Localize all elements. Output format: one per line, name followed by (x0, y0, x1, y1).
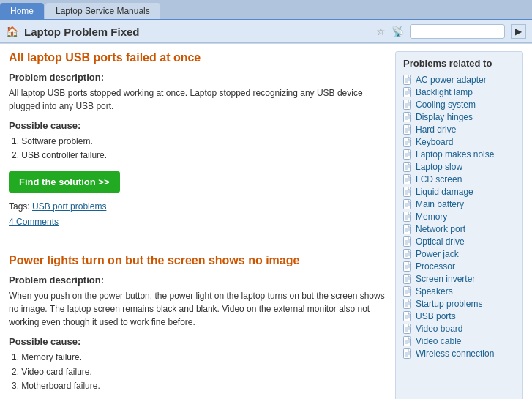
sidebar-list-item: Screen inverter (403, 274, 515, 284)
document-icon (403, 311, 412, 321)
sidebar-list-item: Display hinges (403, 112, 515, 122)
sidebar-link[interactable]: Backlight lamp (416, 87, 473, 97)
document-icon (403, 137, 412, 147)
document-icon (403, 348, 412, 359)
article-1-cause-list: 1. Software problem. 2. USB controller f… (9, 135, 386, 163)
article-usb-ports: All laptop USB ports failed at once Prob… (9, 51, 386, 227)
sidebar-list-item: LCD screen (403, 174, 515, 184)
sidebar-list-item: Keyboard (403, 137, 515, 147)
article-2-problem-heading: Problem description: (9, 275, 386, 286)
find-solution-button[interactable]: Find the solution >> (9, 171, 120, 193)
cause-item: 1. Memory failure. (12, 351, 386, 365)
document-icon (403, 199, 412, 209)
comments-anchor[interactable]: 4 Comments (9, 217, 59, 227)
sidebar-list-item: Wireless connection (403, 348, 515, 359)
sidebar-link[interactable]: Wireless connection (416, 348, 494, 359)
document-icon (403, 162, 412, 172)
sidebar-link[interactable]: Processor (416, 261, 455, 272)
sidebar-list-item: Memory (403, 212, 515, 222)
sidebar-list-item: Backlight lamp (403, 87, 515, 97)
tab-home[interactable]: Home (0, 3, 44, 19)
sidebar-list-item: Hard drive (403, 124, 515, 135)
sidebar-list-item: Liquid damage (403, 187, 515, 197)
sidebar: Problems related to AC power adapter (395, 51, 523, 399)
home-icon[interactable]: 🏠 (6, 26, 18, 37)
sidebar-link[interactable]: Power jack (416, 249, 459, 259)
sidebar-link[interactable]: Main battery (416, 199, 464, 209)
document-icon (403, 274, 412, 284)
sidebar-link[interactable]: Optical drive (416, 236, 465, 247)
rss-icon[interactable]: 📡 (391, 26, 404, 37)
sidebar-title: Problems related to (403, 58, 515, 69)
article-1-cause-heading: Possible cause: (9, 120, 386, 131)
document-icon (403, 299, 412, 309)
sidebar-link[interactable]: LCD screen (416, 174, 462, 184)
cause-item: 3. Motherboard failure. (12, 379, 386, 393)
article-2-problem-text: When you push on the power button, the p… (9, 289, 386, 329)
sidebar-link[interactable]: Hard drive (416, 124, 456, 135)
tag-link[interactable]: USB port problems (32, 201, 106, 212)
article-1-title: All laptop USB ports failed at once (9, 51, 386, 64)
tags-label: Tags: (9, 201, 30, 212)
sidebar-list-item: Network port (403, 224, 515, 234)
sidebar-list-item: Optical drive (403, 236, 515, 247)
document-icon (403, 124, 412, 135)
sidebar-list-item: Main battery (403, 199, 515, 209)
sidebar-list-item: Video cable (403, 336, 515, 346)
document-icon (403, 261, 412, 272)
article-1-problem-text: All laptop USB ports stopped working at … (9, 86, 386, 113)
article-2-cause-heading: Possible cause: (9, 336, 386, 347)
document-icon (403, 224, 412, 234)
comments-link[interactable]: 4 Comments (9, 216, 386, 227)
document-icon (403, 174, 412, 184)
article-power-lights: Power lights turn on but the screen show… (9, 242, 386, 393)
sidebar-link[interactable]: USB ports (416, 311, 456, 321)
sidebar-list-item: Power jack (403, 249, 515, 259)
article-2-title: Power lights turn on but the screen show… (9, 254, 386, 267)
sidebar-link[interactable]: Cooling system (416, 100, 476, 110)
article-1-problem-heading: Problem description: (9, 72, 386, 83)
search-input[interactable] (410, 24, 505, 39)
sidebar-link[interactable]: Network port (416, 224, 465, 234)
browser-tabs: Home Laptop Service Manuals (0, 0, 532, 20)
sidebar-link[interactable]: Laptop makes noise (416, 149, 494, 160)
sidebar-link[interactable]: Liquid damage (416, 187, 473, 197)
sidebar-link[interactable]: AC power adapter (416, 75, 487, 85)
star-icon[interactable]: ☆ (376, 26, 386, 37)
sidebar-list-item: Laptop slow (403, 162, 515, 172)
document-icon (403, 236, 412, 247)
document-icon (403, 112, 412, 122)
document-icon (403, 187, 412, 197)
main-layout: All laptop USB ports failed at once Prob… (0, 44, 532, 399)
sidebar-list-item: AC power adapter (403, 75, 515, 85)
document-icon (403, 212, 412, 222)
sidebar-list-item: USB ports (403, 311, 515, 321)
go-button[interactable]: ▶ (511, 24, 526, 39)
browser-bar: 🏠 Laptop Problem Fixed ☆ 📡 ▶ (0, 20, 532, 43)
sidebar-list-item: Video board (403, 324, 515, 334)
sidebar-link[interactable]: Video board (416, 324, 463, 334)
sidebar-list-item: Startup problems (403, 299, 515, 309)
document-icon (403, 286, 412, 297)
sidebar-list-item: Cooling system (403, 100, 515, 110)
sidebar-link[interactable]: Speakers (416, 286, 453, 297)
document-icon (403, 75, 412, 85)
article-2-cause-list: 1. Memory failure. 2. Video card failure… (9, 351, 386, 393)
document-icon (403, 336, 412, 346)
content-area: All laptop USB ports failed at once Prob… (9, 51, 386, 399)
page-title: Laptop Problem Fixed (24, 26, 370, 38)
document-icon (403, 324, 412, 334)
tab-laptop-service-manuals[interactable]: Laptop Service Manuals (45, 3, 160, 19)
document-icon (403, 149, 412, 160)
sidebar-link[interactable]: Memory (416, 212, 447, 222)
sidebar-link[interactable]: Keyboard (416, 137, 453, 147)
sidebar-link[interactable]: Startup problems (416, 299, 482, 309)
sidebar-link[interactable]: Laptop slow (416, 162, 462, 172)
cause-item: 2. USB controller failure. (12, 149, 386, 163)
document-icon (403, 87, 412, 97)
sidebar-link[interactable]: Display hinges (416, 112, 473, 122)
document-icon (403, 100, 412, 110)
sidebar-list-item: Laptop makes noise (403, 149, 515, 160)
sidebar-link[interactable]: Screen inverter (416, 274, 475, 284)
sidebar-link[interactable]: Video cable (416, 336, 462, 346)
